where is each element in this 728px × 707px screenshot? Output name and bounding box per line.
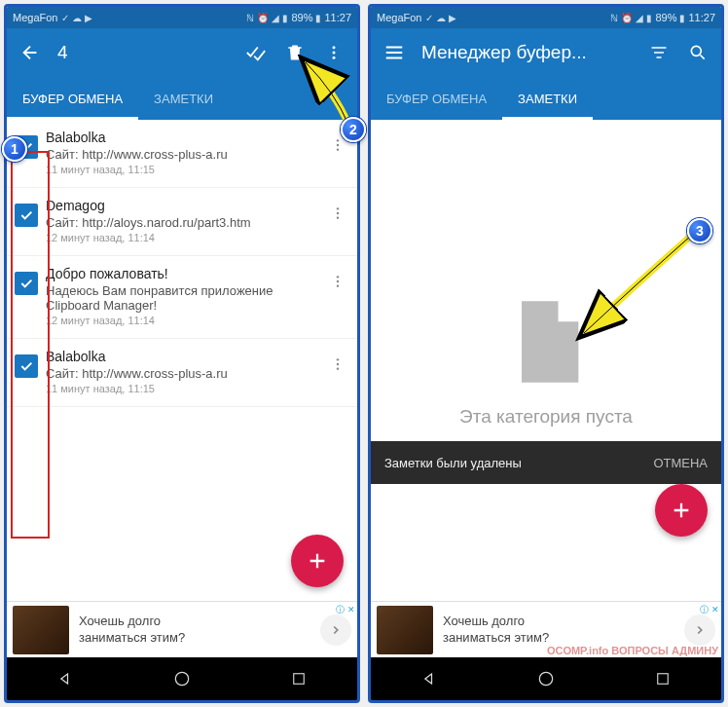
content-area: Эта категория пуста Заметки были удалены… [371,120,721,601]
empty-message: Эта категория пуста [459,406,633,428]
svg-point-1 [333,52,336,55]
fab-add-button[interactable] [291,535,344,587]
svg-point-3 [337,139,339,141]
snackbar: Заметки были удалены ОТМЕНА [371,441,721,484]
carrier-label: MegaFon [377,12,421,23]
svg-point-5 [337,148,339,150]
svg-point-18 [539,672,552,685]
list-item[interactable]: Balabolka Сайт: http://www.cross-plus-a.… [7,120,357,188]
tab-notes[interactable]: ЗАМЕТКИ [502,77,593,120]
app-bar: Менеджер буфер... [371,28,721,77]
content-area: Balabolka Сайт: http://www.cross-plus-a.… [7,120,357,601]
empty-document-icon [497,293,595,391]
svg-point-15 [175,672,188,685]
ad-info-icon[interactable]: ⓘ ✕ [700,604,719,616]
tabs: БУФЕР ОБМЕНА ЗАМЕТКИ [7,77,357,120]
ad-info-icon[interactable]: ⓘ ✕ [336,604,355,616]
svg-point-14 [337,367,339,369]
nav-back-button[interactable] [418,667,441,690]
navigation-bar [371,657,721,700]
svg-point-9 [337,276,339,278]
checkbox[interactable] [15,354,38,378]
item-subtitle: Сайт: http://www.cross-plus-a.ru [46,366,326,381]
nav-recents-button[interactable] [287,667,310,690]
svg-point-7 [337,212,339,214]
ad-text: Хочешь долгозаниматься этим? [69,614,320,646]
item-more-button[interactable] [326,349,349,372]
battery-label: 89% [291,12,312,23]
ad-text: Хочешь долгозаниматься этим? [433,614,684,646]
select-all-button[interactable] [244,41,268,64]
ad-banner[interactable]: Хочешь долгозаниматься этим? ⓘ ✕ [7,601,357,657]
item-timestamp: 12 минут назад, 11:14 [46,232,326,243]
item-timestamp: 11 минут назад, 11:15 [46,383,326,394]
svg-point-4 [337,144,339,146]
tabs: БУФЕР ОБМЕНА ЗАМЕТКИ [371,77,721,120]
ad-banner[interactable]: Хочешь долгозаниматься этим? ⓘ ✕ [371,601,721,657]
selection-count: 4 [57,42,229,63]
item-subtitle: Сайт: http://www.cross-plus-a.ru [46,147,326,162]
search-button[interactable] [686,41,710,64]
ad-image [13,606,69,654]
tab-notes[interactable]: ЗАМЕТКИ [138,77,229,120]
svg-rect-16 [294,674,305,685]
checkbox[interactable] [15,272,38,295]
signal-icon: ▮ [646,13,652,23]
ad-image [377,606,433,654]
snackbar-undo-button[interactable]: ОТМЕНА [653,456,708,470]
item-subtitle: Надеюсь Вам понравится приложение Clipbo… [46,283,326,313]
nav-home-button[interactable] [534,667,558,690]
svg-point-0 [333,46,336,49]
clock-label: 11:27 [324,12,351,23]
phone-left: MegaFon ✓ ☁ ▶ ℕ ⏰ ◢ ▮ 89% ▮ 11:27 4 БУФЕ… [4,4,360,703]
svg-point-13 [337,363,339,365]
svg-point-8 [337,216,339,218]
clip-list: Balabolka Сайт: http://www.cross-plus-a.… [7,120,357,407]
status-bar: MegaFon ✓ ☁ ▶ ℕ ⏰ ◢ ▮ 89% ▮ 11:27 [7,7,357,28]
ad-open-button[interactable] [684,614,715,646]
app-title: Менеджер буфер... [421,42,632,63]
back-button[interactable] [18,41,42,64]
svg-point-10 [337,280,339,282]
list-item[interactable]: Добро пожаловать! Надеюсь Вам понравится… [7,256,357,339]
svg-point-17 [691,46,701,56]
nav-recents-button[interactable] [651,667,674,690]
list-item[interactable]: Balabolka Сайт: http://www.cross-plus-a.… [7,339,357,407]
svg-point-12 [337,358,339,360]
checkbox[interactable] [15,204,38,227]
item-timestamp: 12 минут назад, 11:14 [46,315,326,326]
ad-open-button[interactable] [320,614,351,646]
app-bar: 4 [7,28,357,77]
status-bar: MegaFon ✓ ☁ ▶ ℕ ⏰ ◢ ▮ 89% ▮ 11:27 [371,7,721,28]
list-item[interactable]: Demagog Сайт: http://aloys.narod.ru/part… [7,188,357,256]
item-title: Добро пожаловать! [46,266,326,281]
svg-point-2 [333,56,336,59]
status-icons-left: ✓ ☁ ▶ [61,13,92,23]
callout-3: 3 [687,218,712,243]
signal-icon: ▮ [282,13,288,23]
callout-1: 1 [2,136,27,162]
sort-button[interactable] [647,41,671,64]
item-title: Balabolka [46,349,326,364]
battery-icon: ▮ [679,13,685,23]
wifi-icon: ◢ [272,13,279,23]
item-more-button[interactable] [326,266,349,289]
item-more-button[interactable] [326,198,349,221]
tab-clipboard[interactable]: БУФЕР ОБМЕНА [371,77,502,120]
nfc-icon: ℕ [610,13,618,23]
tab-clipboard[interactable]: БУФЕР ОБМЕНА [7,77,138,120]
item-title: Demagog [46,198,326,213]
phone-right: MegaFon ✓ ☁ ▶ ℕ ⏰ ◢ ▮ 89% ▮ 11:27 Менедж… [368,4,724,703]
overflow-menu-button[interactable] [322,41,346,64]
nav-home-button[interactable] [170,667,194,690]
delete-button[interactable] [283,41,307,64]
item-subtitle: Сайт: http://aloys.narod.ru/part3.htm [46,215,326,230]
drawer-menu-button[interactable] [382,41,406,64]
nav-back-button[interactable] [54,667,77,690]
fab-add-button[interactable] [655,484,708,537]
battery-icon: ▮ [315,13,321,23]
svg-point-11 [337,284,339,286]
callout-2: 2 [341,117,366,142]
snackbar-text: Заметки были удалены [384,456,653,470]
navigation-bar [7,657,357,700]
